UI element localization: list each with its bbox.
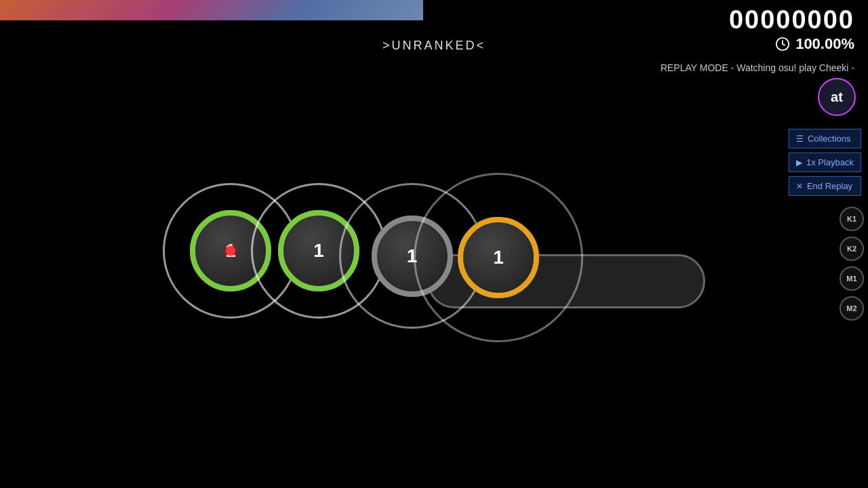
m2-key: M2 [840,296,864,321]
circle-number-3: 1 [407,245,418,267]
k2-key: K2 [840,237,864,261]
playback-button[interactable]: ▶ 1x Playback [789,152,861,172]
hit-circle-4: 1 [414,173,583,342]
playback-label: 1x Playback [806,157,854,167]
close-icon: ✕ [796,182,803,191]
end-replay-label: End Replay [807,181,852,191]
m1-key: M1 [840,266,864,291]
circle-number-2: 1 [313,240,324,262]
cursor-dot [226,246,235,256]
accuracy-display: 100.00% [795,35,854,53]
right-panel: ☰ Collections ▶ 1x Playback ✕ End Replay [789,129,861,196]
collections-label: Collections [808,134,851,144]
video-thumbnail [0,0,423,20]
key-indicators: K1 K2 M1 M2 [840,207,864,321]
game-area: 1 1 1 1 [149,149,705,366]
replay-mode-text: REPLAY MODE - Watching osu! play Cheeki … [660,62,854,73]
k1-key: K1 [840,207,864,231]
end-replay-button[interactable]: ✕ End Replay [789,176,861,196]
clock-icon [775,37,790,52]
collections-button[interactable]: ☰ Collections [789,129,861,148]
play-icon: ▶ [796,158,802,167]
unranked-label: >UNRANKED< [382,39,486,53]
accuracy-row: 100.00% [775,35,854,53]
score-display: 00000000 [729,5,854,35]
avatar: at [818,78,856,116]
list-icon: ☰ [796,134,804,144]
circle-number-4: 1 [493,247,504,268]
